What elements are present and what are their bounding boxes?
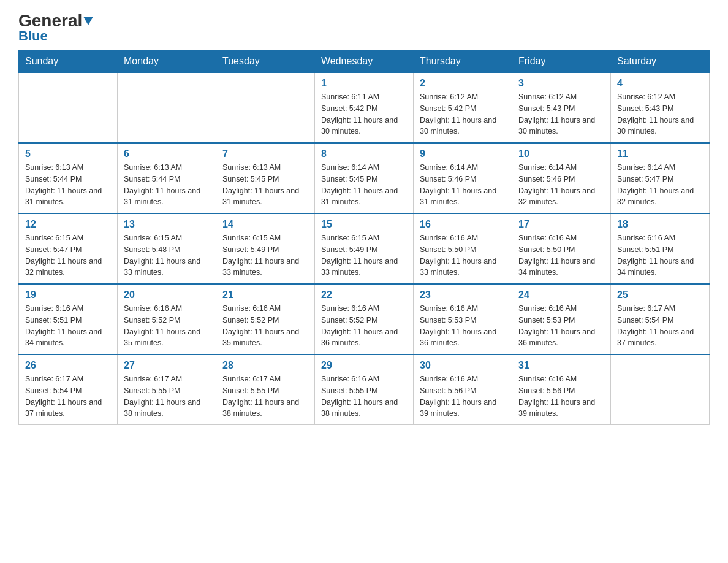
day-number: 29 (321, 360, 407, 371)
day-number: 31 (518, 360, 604, 371)
day-info: Sunrise: 6:17 AMSunset: 5:55 PMDaylight:… (124, 373, 210, 419)
day-info: Sunrise: 6:17 AMSunset: 5:55 PMDaylight:… (222, 373, 308, 419)
day-info: Sunrise: 6:14 AMSunset: 5:46 PMDaylight:… (518, 162, 604, 208)
calendar-cell: 27Sunrise: 6:17 AMSunset: 5:55 PMDayligh… (118, 354, 216, 425)
day-info: Sunrise: 6:17 AMSunset: 5:54 PMDaylight:… (25, 373, 111, 419)
calendar-cell (19, 72, 118, 143)
calendar-cell: 25Sunrise: 6:17 AMSunset: 5:54 PMDayligh… (611, 284, 710, 354)
day-info: Sunrise: 6:16 AMSunset: 5:51 PMDaylight:… (617, 232, 703, 278)
calendar-cell: 26Sunrise: 6:17 AMSunset: 5:54 PMDayligh… (19, 354, 118, 425)
calendar-cell: 30Sunrise: 6:16 AMSunset: 5:56 PMDayligh… (414, 354, 512, 425)
column-header-thursday: Thursday (414, 51, 512, 73)
calendar-cell: 28Sunrise: 6:17 AMSunset: 5:55 PMDayligh… (216, 354, 315, 425)
calendar-cell: 3Sunrise: 6:12 AMSunset: 5:43 PMDaylight… (512, 72, 611, 143)
day-number: 24 (518, 289, 604, 301)
calendar-cell: 13Sunrise: 6:15 AMSunset: 5:48 PMDayligh… (118, 213, 216, 284)
day-number: 11 (617, 148, 703, 159)
column-header-wednesday: Wednesday (315, 51, 414, 73)
calendar-cell: 22Sunrise: 6:16 AMSunset: 5:52 PMDayligh… (315, 284, 414, 354)
day-info: Sunrise: 6:12 AMSunset: 5:43 PMDaylight:… (518, 91, 604, 137)
day-number: 3 (518, 78, 604, 89)
calendar-cell: 21Sunrise: 6:16 AMSunset: 5:52 PMDayligh… (216, 284, 315, 354)
day-number: 20 (124, 289, 210, 301)
day-number: 7 (222, 148, 308, 159)
day-number: 6 (124, 148, 210, 159)
day-info: Sunrise: 6:15 AMSunset: 5:47 PMDaylight:… (25, 232, 111, 278)
day-number: 21 (222, 289, 308, 301)
day-number: 30 (420, 360, 506, 371)
day-number: 28 (222, 360, 308, 371)
calendar-cell: 7Sunrise: 6:13 AMSunset: 5:45 PMDaylight… (216, 143, 315, 213)
day-info: Sunrise: 6:14 AMSunset: 5:46 PMDaylight:… (420, 162, 506, 208)
calendar-cell: 9Sunrise: 6:14 AMSunset: 5:46 PMDaylight… (414, 143, 512, 213)
calendar-cell: 18Sunrise: 6:16 AMSunset: 5:51 PMDayligh… (611, 213, 710, 284)
calendar-cell: 8Sunrise: 6:14 AMSunset: 5:45 PMDaylight… (315, 143, 414, 213)
day-info: Sunrise: 6:16 AMSunset: 5:52 PMDaylight:… (124, 303, 210, 349)
calendar-cell: 12Sunrise: 6:15 AMSunset: 5:47 PMDayligh… (19, 213, 118, 284)
day-number: 26 (25, 360, 111, 371)
day-number: 9 (420, 148, 506, 159)
day-info: Sunrise: 6:15 AMSunset: 5:49 PMDaylight:… (321, 232, 407, 278)
calendar-cell: 5Sunrise: 6:13 AMSunset: 5:44 PMDaylight… (19, 143, 118, 213)
day-info: Sunrise: 6:13 AMSunset: 5:44 PMDaylight:… (25, 162, 111, 208)
day-info: Sunrise: 6:16 AMSunset: 5:56 PMDaylight:… (518, 373, 604, 419)
calendar-cell: 4Sunrise: 6:12 AMSunset: 5:43 PMDaylight… (611, 72, 710, 143)
calendar-cell: 17Sunrise: 6:16 AMSunset: 5:50 PMDayligh… (512, 213, 611, 284)
day-number: 17 (518, 219, 604, 230)
day-info: Sunrise: 6:13 AMSunset: 5:44 PMDaylight:… (124, 162, 210, 208)
day-info: Sunrise: 6:16 AMSunset: 5:55 PMDaylight:… (321, 373, 407, 419)
day-number: 27 (124, 360, 210, 371)
calendar-cell: 10Sunrise: 6:14 AMSunset: 5:46 PMDayligh… (512, 143, 611, 213)
calendar-cell: 1Sunrise: 6:11 AMSunset: 5:42 PMDaylight… (315, 72, 414, 143)
calendar-table: SundayMondayTuesdayWednesdayThursdayFrid… (18, 50, 710, 425)
calendar-week-row: 19Sunrise: 6:16 AMSunset: 5:51 PMDayligh… (19, 284, 710, 354)
day-number: 23 (420, 289, 506, 301)
calendar-header-row: SundayMondayTuesdayWednesdayThursdayFrid… (19, 51, 710, 73)
day-info: Sunrise: 6:12 AMSunset: 5:43 PMDaylight:… (617, 91, 703, 137)
column-header-friday: Friday (512, 51, 611, 73)
calendar-week-row: 26Sunrise: 6:17 AMSunset: 5:54 PMDayligh… (19, 354, 710, 425)
day-info: Sunrise: 6:16 AMSunset: 5:50 PMDaylight:… (518, 232, 604, 278)
calendar-cell: 23Sunrise: 6:16 AMSunset: 5:53 PMDayligh… (414, 284, 512, 354)
calendar-week-row: 1Sunrise: 6:11 AMSunset: 5:42 PMDaylight… (19, 72, 710, 143)
logo-general-text: General (18, 12, 82, 29)
calendar-cell: 20Sunrise: 6:16 AMSunset: 5:52 PMDayligh… (118, 284, 216, 354)
day-info: Sunrise: 6:16 AMSunset: 5:56 PMDaylight:… (420, 373, 506, 419)
day-info: Sunrise: 6:16 AMSunset: 5:52 PMDaylight:… (321, 303, 407, 349)
column-header-monday: Monday (118, 51, 216, 73)
day-info: Sunrise: 6:15 AMSunset: 5:49 PMDaylight:… (222, 232, 308, 278)
calendar-cell (611, 354, 710, 425)
page-header: General Blue (18, 12, 710, 44)
day-info: Sunrise: 6:16 AMSunset: 5:52 PMDaylight:… (222, 303, 308, 349)
day-info: Sunrise: 6:13 AMSunset: 5:45 PMDaylight:… (222, 162, 308, 208)
column-header-sunday: Sunday (19, 51, 118, 73)
calendar-cell (216, 72, 315, 143)
day-number: 22 (321, 289, 407, 301)
calendar-cell: 11Sunrise: 6:14 AMSunset: 5:47 PMDayligh… (611, 143, 710, 213)
day-info: Sunrise: 6:15 AMSunset: 5:48 PMDaylight:… (124, 232, 210, 278)
logo-triangle-icon (83, 17, 93, 25)
calendar-cell: 31Sunrise: 6:16 AMSunset: 5:56 PMDayligh… (512, 354, 611, 425)
calendar-cell: 14Sunrise: 6:15 AMSunset: 5:49 PMDayligh… (216, 213, 315, 284)
logo-blue-text: Blue (18, 28, 48, 44)
day-info: Sunrise: 6:16 AMSunset: 5:51 PMDaylight:… (25, 303, 111, 349)
day-info: Sunrise: 6:12 AMSunset: 5:42 PMDaylight:… (420, 91, 506, 137)
day-number: 15 (321, 219, 407, 230)
day-info: Sunrise: 6:16 AMSunset: 5:53 PMDaylight:… (420, 303, 506, 349)
day-number: 18 (617, 219, 703, 230)
calendar-week-row: 5Sunrise: 6:13 AMSunset: 5:44 PMDaylight… (19, 143, 710, 213)
day-number: 4 (617, 78, 703, 89)
day-info: Sunrise: 6:16 AMSunset: 5:53 PMDaylight:… (518, 303, 604, 349)
column-header-tuesday: Tuesday (216, 51, 315, 73)
day-number: 2 (420, 78, 506, 89)
calendar-cell: 15Sunrise: 6:15 AMSunset: 5:49 PMDayligh… (315, 213, 414, 284)
day-info: Sunrise: 6:14 AMSunset: 5:47 PMDaylight:… (617, 162, 703, 208)
day-number: 8 (321, 148, 407, 159)
day-info: Sunrise: 6:16 AMSunset: 5:50 PMDaylight:… (420, 232, 506, 278)
calendar-cell: 2Sunrise: 6:12 AMSunset: 5:42 PMDaylight… (414, 72, 512, 143)
day-info: Sunrise: 6:17 AMSunset: 5:54 PMDaylight:… (617, 303, 703, 349)
column-header-saturday: Saturday (611, 51, 710, 73)
calendar-cell: 24Sunrise: 6:16 AMSunset: 5:53 PMDayligh… (512, 284, 611, 354)
day-info: Sunrise: 6:11 AMSunset: 5:42 PMDaylight:… (321, 91, 407, 137)
day-number: 16 (420, 219, 506, 230)
